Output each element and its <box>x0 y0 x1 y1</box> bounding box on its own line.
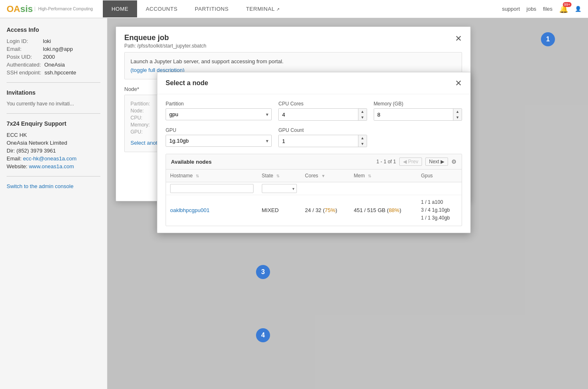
user-icon[interactable]: 👤 <box>575 6 581 12</box>
ssh-row: SSH endpoint: ssh.hpccente <box>7 69 100 76</box>
partition-filter-group: Partition gpu cpu all <box>166 101 272 121</box>
memory-input[interactable] <box>374 109 453 120</box>
cores-header[interactable]: Cores ▼ <box>301 169 350 182</box>
select-node-modal: Select a node ✕ Partition gpu cpu all <box>157 72 471 233</box>
gpu-count-filter-label: GPU Count <box>278 127 367 133</box>
support-title: 7x24 Enquiry Support <box>7 120 100 127</box>
memory-down-button[interactable]: ▼ <box>453 115 462 120</box>
pagination-controls: 1 - 1 of 1 ◀ Prev Next ▶ ⚙ <box>377 158 457 166</box>
gpu-count-input[interactable] <box>279 135 358 147</box>
cpu-cores-filter-group: CPU Cores ▲ ▼ <box>278 101 367 121</box>
main-layout: Access Info Login ID: loki Email: loki.n… <box>0 18 588 389</box>
node-gpus: 1 / 1 a1003 / 4 1g.10gb1 / 1 3g.40gb <box>421 198 458 222</box>
cpu-cores-spinbox: ▲ ▼ <box>278 108 367 121</box>
memory-filter-label: Memory (GB) <box>374 101 462 107</box>
cpu-cores-down-button[interactable]: ▼ <box>358 115 367 120</box>
partition-filter-label: Partition <box>166 101 272 107</box>
select-node-title: Select a node <box>166 79 208 87</box>
badge-4: 4 <box>256 328 270 342</box>
support-email-link[interactable]: ecc-hk@oneas1a.com <box>23 155 77 162</box>
memory-filter-group: Memory (GB) ▲ ▼ <box>374 101 462 121</box>
description-text: Launch a Jupyter Lab server, and support… <box>130 58 456 64</box>
node-state: MIXED <box>262 207 279 213</box>
partition-select-wrapper: gpu cpu all <box>166 108 272 120</box>
enqueue-modal-header: Enqueue job Path: /pfss/toolkit/start_ju… <box>116 27 470 52</box>
login-row: Login ID: loki <box>7 38 100 44</box>
posix-row: Posix UID: 2000 <box>7 54 100 60</box>
enqueue-modal-path: Path: /pfss/toolkit/start_jupyter.sbatch <box>124 43 206 49</box>
empty-filter-group <box>374 127 462 147</box>
hostname-filter-input[interactable] <box>170 184 254 193</box>
node-mem: 451 / 515 GB (88%) <box>354 207 401 213</box>
support-email: Email: ecc-hk@oneas1a.com <box>7 155 100 162</box>
cpu-cores-input[interactable] <box>279 109 358 120</box>
nodes-table: Hostname ⇅ State ⇅ Cores ▼ <box>166 169 462 226</box>
support-website-link[interactable]: www.oneas1a.com <box>29 163 74 169</box>
logo: OAsis High-Performance Computing <box>7 4 93 14</box>
enqueue-modal-title: Enqueue job <box>124 33 206 42</box>
settings-button[interactable]: ⚙ <box>451 158 457 165</box>
admin-console-link[interactable]: Switch to the admin console <box>7 183 74 189</box>
gpu-count-spinbox: ▲ ▼ <box>278 135 367 147</box>
prev-button[interactable]: ◀ Prev <box>399 158 422 166</box>
cores-sort-icon: ▼ <box>321 174 325 178</box>
nav-right: support jobs files 🔔 99+ 👤 <box>502 5 581 14</box>
top-navigation: OAsis High-Performance Computing HOME AC… <box>0 0 588 18</box>
enqueue-modal-close-button[interactable]: ✕ <box>455 33 462 43</box>
support-org1: ECC HK <box>7 132 100 138</box>
mem-sort-icon: ⇅ <box>368 174 371 178</box>
next-button[interactable]: Next ▶ <box>425 158 448 166</box>
filter-input-row: MIXED IDLE DOWN <box>166 182 462 195</box>
support-org2: OneAsia Network Limited <box>7 140 100 146</box>
partition-select[interactable]: gpu cpu all <box>166 108 272 120</box>
badge-1: 1 <box>541 32 555 46</box>
sidebar: Access Info Login ID: loki Email: loki.n… <box>0 18 107 389</box>
jobs-link[interactable]: jobs <box>526 6 536 12</box>
state-header[interactable]: State ⇅ <box>258 169 301 182</box>
nodes-table-header: Available nodes 1 - 1 of 1 ◀ Prev Next ▶… <box>166 154 462 169</box>
table-row: oaklbhpcgpu001 MIXED 24 / 32 (75%) <box>166 195 462 226</box>
gpu-count-up-button[interactable]: ▲ <box>358 135 367 141</box>
invitations-text: You currently have no invitati... <box>7 101 100 107</box>
cpu-cores-filter-label: CPU Cores <box>278 101 367 107</box>
filter-row-2: GPU 1g.10gb 3g.40gb a100 GPU Count <box>166 127 462 147</box>
support-link[interactable]: support <box>502 6 520 12</box>
memory-up-button[interactable]: ▲ <box>453 109 462 115</box>
tab-accounts[interactable]: ACCOUNTS <box>137 0 186 17</box>
gpu-count-down-button[interactable]: ▼ <box>358 141 367 147</box>
logo-subtitle: High-Performance Computing <box>35 7 93 11</box>
gpu-filter-group: GPU 1g.10gb 3g.40gb a100 <box>166 127 272 147</box>
memory-spinbox: ▲ ▼ <box>374 108 462 121</box>
state-filter-select[interactable]: MIXED IDLE DOWN <box>262 184 297 193</box>
files-link[interactable]: files <box>543 6 552 12</box>
gpu-select-wrapper: 1g.10gb 3g.40gb a100 <box>166 135 272 147</box>
pagination-info: 1 - 1 of 1 <box>377 159 396 165</box>
available-nodes-title: Available nodes <box>171 159 212 165</box>
cpu-cores-up-button[interactable]: ▲ <box>358 109 367 115</box>
node-cores: 24 / 32 (75%) <box>305 207 337 213</box>
access-info-title: Access Info <box>7 26 100 33</box>
notification-badge[interactable]: 🔔 99+ <box>559 5 568 14</box>
auth-row: Authenticated: OneAsia <box>7 62 100 68</box>
tab-terminal[interactable]: TERMINAL <box>237 0 289 17</box>
support-dir: Dir: (852) 3979 3961 <box>7 148 100 154</box>
filter-row-1: Partition gpu cpu all CPU Cores <box>166 101 462 121</box>
gpu-count-filter-group: GPU Count ▲ ▼ <box>278 127 367 147</box>
tab-home[interactable]: HOME <box>103 0 137 17</box>
mem-header[interactable]: Mem ⇅ <box>350 169 417 182</box>
state-sort-icon: ⇅ <box>276 174 280 178</box>
content-area: Enqueue job Path: /pfss/toolkit/start_ju… <box>107 18 588 389</box>
support-website: Website: www.oneas1a.com <box>7 163 100 169</box>
select-node-body: Partition gpu cpu all CPU Cores <box>157 94 470 233</box>
gpus-header: Gpus <box>417 169 462 182</box>
gpu-select[interactable]: 1g.10gb 3g.40gb a100 <box>166 135 272 147</box>
gpu-filter-label: GPU <box>166 127 272 133</box>
hostname-header[interactable]: Hostname ⇅ <box>166 169 258 182</box>
nav-tabs: HOME ACCOUNTS PARTITIONS TERMINAL <box>103 0 288 17</box>
badge-3: 3 <box>256 265 270 279</box>
email-row: Email: loki.ng@app <box>7 46 100 52</box>
node-hostname-link[interactable]: oaklbhpcgpu001 <box>170 207 209 213</box>
select-node-close-button[interactable]: ✕ <box>455 78 462 88</box>
tab-partitions[interactable]: PARTITIONS <box>186 0 237 17</box>
logo-text: OAsis <box>7 4 33 14</box>
